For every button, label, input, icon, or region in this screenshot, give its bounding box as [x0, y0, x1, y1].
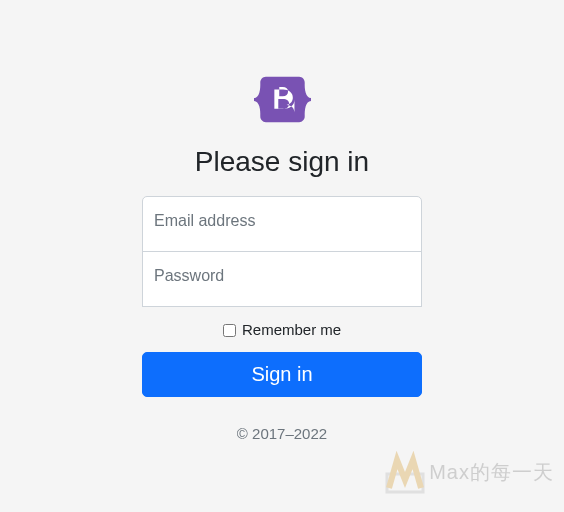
remember-me-checkbox[interactable] [223, 324, 236, 337]
watermark-m-icon [383, 450, 427, 494]
svg-rect-0 [387, 474, 423, 492]
password-field-wrapper: Password [142, 251, 422, 307]
watermark-text: Max的每一天 [429, 459, 554, 486]
remember-me-text: Remember me [238, 321, 341, 338]
signin-form: Please sign in Email address Password Re… [142, 71, 422, 442]
watermark: Max的每一天 [383, 450, 554, 494]
password-input[interactable] [142, 251, 422, 307]
signin-heading: Please sign in [142, 146, 422, 178]
remember-me-label[interactable]: Remember me [223, 321, 341, 338]
email-input[interactable] [142, 196, 422, 252]
email-field-wrapper: Email address [142, 196, 422, 251]
copyright-text: © 2017–2022 [142, 425, 422, 442]
signin-button[interactable]: Sign in [142, 352, 422, 397]
bootstrap-logo-icon [254, 71, 311, 128]
remember-me-wrapper: Remember me [142, 321, 422, 338]
